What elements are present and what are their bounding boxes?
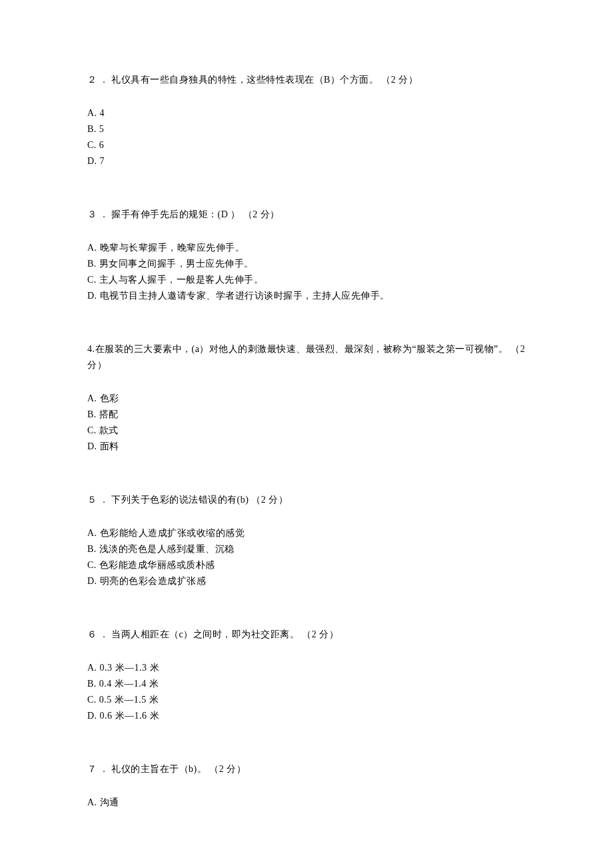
question-block: ３．握手有伸手先后的规矩：(D ） （2 分） A. 晚辈与长辈握手，晚辈应先伸… <box>87 207 530 304</box>
question-body: 握手有伸手先后的规矩：(D ） （2 分） <box>111 209 280 219</box>
question-number: ７． <box>87 764 111 774</box>
option: A. 色彩能给人造成扩张或收缩的感觉 <box>87 525 530 541</box>
document-page: ２．礼仪具有一些自身独具的特性，这些特性表现在（B）个方面。 （2 分） A. … <box>0 0 613 868</box>
options-list: A. 晚辈与长辈握手，晚辈应先伸手。 B. 男女同事之间握手，男士应先伸手。 C… <box>87 240 530 304</box>
option: A. 沟通 <box>87 795 530 811</box>
options-list: A. 色彩能给人造成扩张或收缩的感觉 B. 浅淡的亮色是人感到凝重、沉稳 C. … <box>87 525 530 589</box>
option: A. 晚辈与长辈握手，晚辈应先伸手。 <box>87 240 530 256</box>
question-number: 4. <box>87 344 95 354</box>
option: D. 电视节目主持人邀请专家、学者进行访谈时握手，主持人应先伸手。 <box>87 288 530 304</box>
option: C. 主人与客人握手，一般是客人先伸手。 <box>87 272 530 288</box>
question-text: ６．当两人相距在（c）之间时，即为社交距离。 （2 分） <box>87 627 530 643</box>
option: B. 浅淡的亮色是人感到凝重、沉稳 <box>87 541 530 557</box>
question-text: ３．握手有伸手先后的规矩：(D ） （2 分） <box>87 207 530 223</box>
question-text: 4.在服装的三大要素中，(a）对他人的刺激最快速、最强烈、最深刻，被称为“服装之… <box>87 341 530 373</box>
question-body: 礼仪的主旨在于（b)。 （2 分） <box>111 764 246 774</box>
option: B. 5 <box>87 121 530 137</box>
option: D. 7 <box>87 153 530 169</box>
option: A. 0.3 米—1.3 米 <box>87 660 530 676</box>
question-block: ７．礼仪的主旨在于（b)。 （2 分） A. 沟通 <box>87 761 530 811</box>
option: D. 面料 <box>87 439 530 455</box>
question-text: ２．礼仪具有一些自身独具的特性，这些特性表现在（B）个方面。 （2 分） <box>87 72 530 88</box>
question-text: ５．下列关于色彩的说法错误的有(b) （2 分） <box>87 492 530 508</box>
question-number: ２． <box>87 75 111 85</box>
question-number: ５． <box>87 495 111 505</box>
option: A. 色彩 <box>87 391 530 407</box>
option: B. 男女同事之间握手，男士应先伸手。 <box>87 256 530 272</box>
question-number: ６． <box>87 629 111 639</box>
question-body: 礼仪具有一些自身独具的特性，这些特性表现在（B）个方面。 （2 分） <box>111 75 418 85</box>
question-text: ７．礼仪的主旨在于（b)。 （2 分） <box>87 761 530 777</box>
option: C. 款式 <box>87 423 530 439</box>
question-block: ２．礼仪具有一些自身独具的特性，这些特性表现在（B）个方面。 （2 分） A. … <box>87 72 530 169</box>
options-list: A. 沟通 <box>87 795 530 811</box>
options-list: A. 4 B. 5 C. 6 D. 7 <box>87 105 530 169</box>
option: C. 色彩能造成华丽感或质朴感 <box>87 557 530 573</box>
option: C. 0.5 米—1.5 米 <box>87 692 530 708</box>
option: D. 0.6 米—1.6 米 <box>87 708 530 724</box>
option: A. 4 <box>87 105 530 121</box>
option: B. 搭配 <box>87 407 530 423</box>
question-body: 在服装的三大要素中，(a）对他人的刺激最快速、最强烈、最深刻，被称为“服装之第一… <box>87 344 525 370</box>
option: D. 明亮的色彩会造成扩张感 <box>87 573 530 589</box>
option: B. 0.4 米—1.4 米 <box>87 676 530 692</box>
question-number: ３． <box>87 209 111 219</box>
question-block: 4.在服装的三大要素中，(a）对他人的刺激最快速、最强烈、最深刻，被称为“服装之… <box>87 341 530 455</box>
question-body: 当两人相距在（c）之间时，即为社交距离。 （2 分） <box>111 629 338 639</box>
option: C. 6 <box>87 137 530 153</box>
options-list: A. 色彩 B. 搭配 C. 款式 D. 面料 <box>87 391 530 455</box>
options-list: A. 0.3 米—1.3 米 B. 0.4 米—1.4 米 C. 0.5 米—1… <box>87 660 530 724</box>
question-block: ６．当两人相距在（c）之间时，即为社交距离。 （2 分） A. 0.3 米—1.… <box>87 627 530 724</box>
question-body: 下列关于色彩的说法错误的有(b) （2 分） <box>111 495 288 505</box>
question-block: ５．下列关于色彩的说法错误的有(b) （2 分） A. 色彩能给人造成扩张或收缩… <box>87 492 530 589</box>
